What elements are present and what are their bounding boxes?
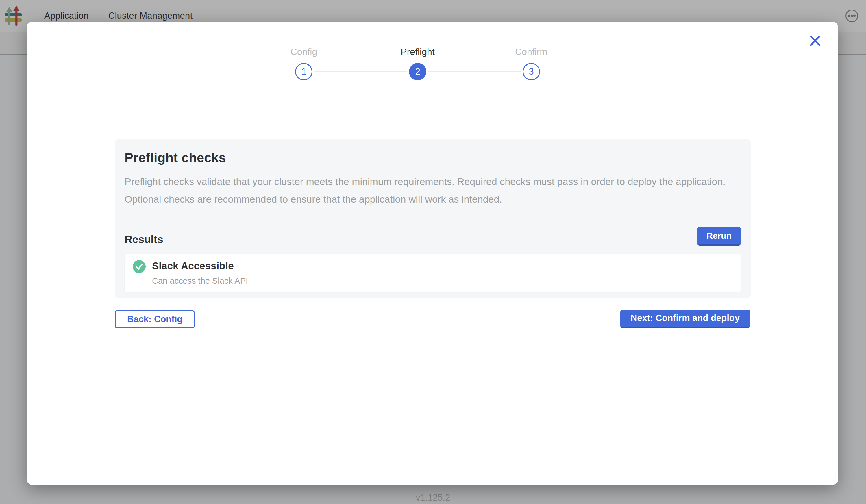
rerun-button[interactable]: Rerun xyxy=(697,227,741,246)
step-config-circle[interactable]: 1 xyxy=(295,63,312,80)
step-confirm: Confirm 3 xyxy=(485,46,578,80)
wizard-stepper: Config 1 Preflight 2 Confirm 3 xyxy=(26,22,838,97)
next-confirm-deploy-button[interactable]: Next: Confirm and deploy xyxy=(620,310,750,328)
preflight-panel: Preflight checks Preflight checks valida… xyxy=(115,139,751,298)
step-confirm-circle[interactable]: 3 xyxy=(523,63,540,80)
check-circle-icon xyxy=(133,260,146,273)
step-preflight-circle[interactable]: 2 xyxy=(409,63,426,80)
results-row: Results Rerun xyxy=(125,227,741,246)
step-preflight-label: Preflight xyxy=(371,46,464,57)
back-config-button[interactable]: Back: Config xyxy=(115,310,195,328)
check-name: Slack Accessible xyxy=(152,259,248,272)
preflight-check-row: Slack Accessible Can access the Slack AP… xyxy=(125,254,741,292)
step-preflight: Preflight 2 xyxy=(371,46,464,80)
check-detail: Can access the Slack API xyxy=(152,276,248,286)
step-config-label: Config xyxy=(257,46,350,57)
check-texts: Slack Accessible Can access the Slack AP… xyxy=(152,259,248,286)
panel-title: Preflight checks xyxy=(125,150,741,165)
results-heading: Results xyxy=(125,234,163,246)
panel-description: Preflight checks validate that your clus… xyxy=(125,173,732,208)
step-confirm-label: Confirm xyxy=(485,46,578,57)
step-config: Config 1 xyxy=(257,46,350,80)
preflight-modal: Config 1 Preflight 2 Confirm 3 Preflight… xyxy=(26,22,838,485)
